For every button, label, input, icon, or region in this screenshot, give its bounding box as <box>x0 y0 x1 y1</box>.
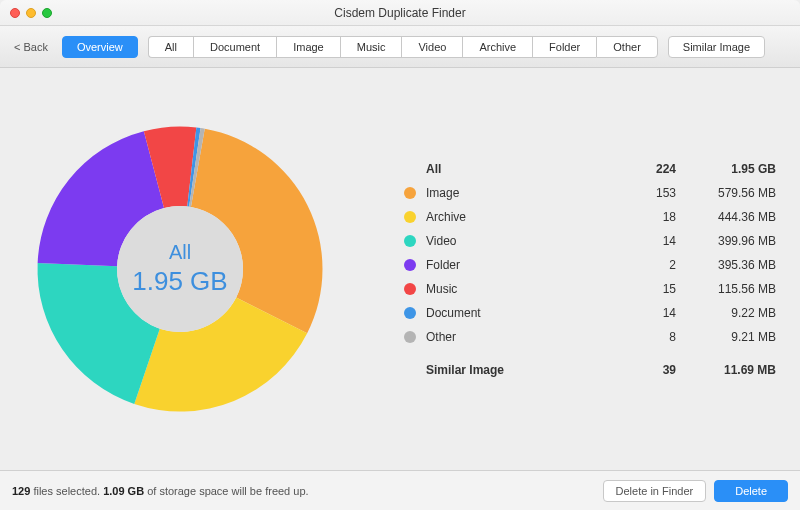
legend-row: Other89.21 MB <box>400 325 780 349</box>
window-controls <box>10 8 52 18</box>
delete-button[interactable]: Delete <box>714 480 788 502</box>
chart-center: All 1.95 GB <box>30 119 330 419</box>
minimize-icon[interactable] <box>26 8 36 18</box>
legend-count: 153 <box>620 181 680 205</box>
legend-all-row: All 224 1.95 GB <box>400 157 780 181</box>
tab-folder[interactable]: Folder <box>532 36 596 58</box>
delete-in-finder-button[interactable]: Delete in Finder <box>603 480 707 502</box>
footer: 129 files selected. 1.09 GB of storage s… <box>0 470 800 510</box>
titlebar: Cisdem Duplicate Finder <box>0 0 800 26</box>
category-tabs: All Document Image Music Video Archive F… <box>148 36 658 58</box>
tab-all[interactable]: All <box>148 36 193 58</box>
chart-center-label: All <box>169 241 191 264</box>
legend-color-dot <box>404 307 416 319</box>
legend-count: 8 <box>620 325 680 349</box>
legend-all-name: All <box>422 157 620 181</box>
legend-count: 14 <box>620 301 680 325</box>
legend-similar-size: 11.69 MB <box>680 349 780 382</box>
legend-count: 2 <box>620 253 680 277</box>
legend-size: 9.21 MB <box>680 325 780 349</box>
fullscreen-icon[interactable] <box>42 8 52 18</box>
donut-chart: All 1.95 GB <box>30 119 330 419</box>
tab-video[interactable]: Video <box>401 36 462 58</box>
legend-row: Video14399.96 MB <box>400 229 780 253</box>
legend-similar-row: Similar Image 39 11.69 MB <box>400 349 780 382</box>
back-button[interactable]: < Back <box>10 41 52 53</box>
status-sep2: of storage space will be freed up. <box>144 485 308 497</box>
tab-music[interactable]: Music <box>340 36 402 58</box>
close-icon[interactable] <box>10 8 20 18</box>
window-title: Cisdem Duplicate Finder <box>0 6 800 20</box>
legend-color-dot <box>404 331 416 343</box>
legend-size: 395.36 MB <box>680 253 780 277</box>
legend-size: 9.22 MB <box>680 301 780 325</box>
legend-count: 15 <box>620 277 680 301</box>
legend-name: Music <box>422 277 620 301</box>
content-area: All 1.95 GB All 224 1.95 GB Image153579.… <box>0 68 800 470</box>
legend-row: Archive18444.36 MB <box>400 205 780 229</box>
legend-similar-name: Similar Image <box>422 349 620 382</box>
legend-row: Image153579.56 MB <box>400 181 780 205</box>
legend-row: Folder2395.36 MB <box>400 253 780 277</box>
legend-size: 579.56 MB <box>680 181 780 205</box>
legend-name: Document <box>422 301 620 325</box>
status-text: 129 files selected. 1.09 GB of storage s… <box>12 485 309 497</box>
chart-center-value: 1.95 GB <box>132 266 227 297</box>
toolbar: < Back Overview All Document Image Music… <box>0 26 800 68</box>
legend-name: Archive <box>422 205 620 229</box>
legend-color-dot <box>404 235 416 247</box>
space-freed: 1.09 GB <box>103 485 144 497</box>
tab-archive[interactable]: Archive <box>462 36 532 58</box>
legend-count: 14 <box>620 229 680 253</box>
legend-size: 399.96 MB <box>680 229 780 253</box>
similar-image-button[interactable]: Similar Image <box>668 36 765 58</box>
legend-size: 115.56 MB <box>680 277 780 301</box>
legend-color-dot <box>404 187 416 199</box>
legend-color-dot <box>404 211 416 223</box>
legend-size: 444.36 MB <box>680 205 780 229</box>
legend-name: Other <box>422 325 620 349</box>
tab-other[interactable]: Other <box>596 36 658 58</box>
legend-name: Image <box>422 181 620 205</box>
overview-button[interactable]: Overview <box>62 36 138 58</box>
legend-row: Document149.22 MB <box>400 301 780 325</box>
files-selected-count: 129 <box>12 485 30 497</box>
legend-similar-count: 39 <box>620 349 680 382</box>
legend-all-size: 1.95 GB <box>680 157 780 181</box>
legend-color-dot <box>404 283 416 295</box>
status-sep1: files selected. <box>30 485 103 497</box>
legend: All 224 1.95 GB Image153579.56 MBArchive… <box>400 157 780 382</box>
legend-all-count: 224 <box>620 157 680 181</box>
legend-count: 18 <box>620 205 680 229</box>
legend-color-dot <box>404 259 416 271</box>
tab-image[interactable]: Image <box>276 36 340 58</box>
legend-name: Video <box>422 229 620 253</box>
legend-name: Folder <box>422 253 620 277</box>
legend-row: Music15115.56 MB <box>400 277 780 301</box>
tab-document[interactable]: Document <box>193 36 276 58</box>
